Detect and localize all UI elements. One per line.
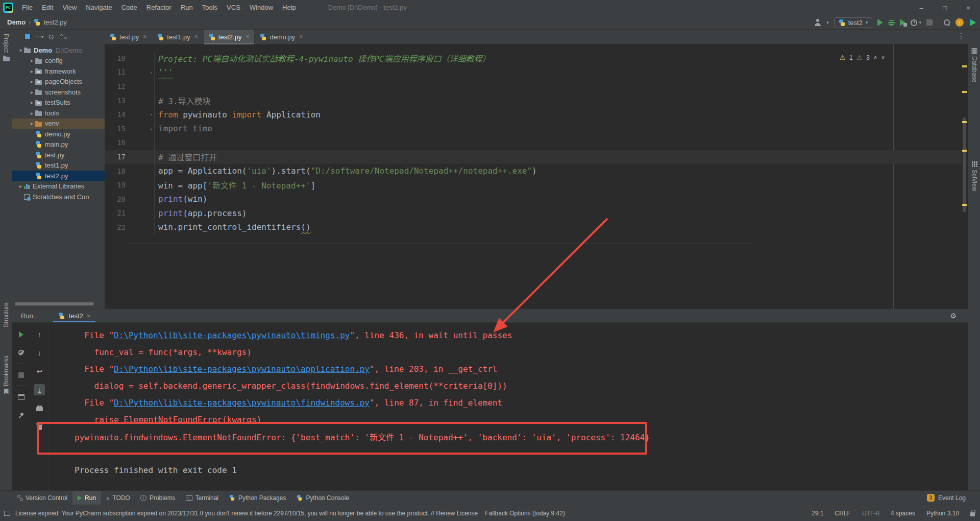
line-separator[interactable]: CRLF (835, 510, 851, 517)
maximize-button[interactable]: □ (933, 0, 957, 15)
stack-trace-link[interactable]: D:\Python\lib\site-packages\pywinauto\fi… (114, 398, 370, 408)
profiler-dropdown-arrow[interactable]: ▾ (919, 20, 921, 25)
profiler-button[interactable] (911, 19, 917, 26)
indent-style[interactable]: 4 spaces (891, 510, 915, 517)
line-number[interactable]: 19 (105, 181, 126, 189)
error-stripe[interactable] (962, 44, 968, 309)
edit-configuration-icon[interactable] (16, 347, 27, 359)
stack-trace-link[interactable]: D:\Python\lib\site-packages\pywinauto\ti… (114, 330, 350, 340)
line-number[interactable]: 22 (105, 223, 126, 231)
tree-item-pageobjects[interactable]: ▸pageObjects (12, 77, 105, 87)
more-tabs-icon[interactable]: ⋮ (958, 32, 965, 40)
inspection-widget[interactable]: ⚠ 1 ⚠ 3 ∧ ∨ (840, 54, 885, 61)
line-number[interactable]: 14 (105, 110, 126, 119)
editor-tab-demo-py[interactable]: demo.py× (255, 30, 308, 44)
line-number[interactable]: 10 (105, 54, 126, 62)
code-line-17[interactable]: 17# 通过窗口打开 (105, 150, 962, 164)
code-line-11[interactable]: 11▴''' (105, 65, 962, 80)
code-line-16[interactable]: 16 (105, 136, 962, 150)
breadcrumb-project[interactable]: Demo (7, 18, 26, 26)
file-encoding[interactable]: UTF-8 (862, 510, 879, 517)
breadcrumb-file[interactable]: test2.py (43, 18, 67, 26)
code-line-22[interactable]: 22win.print_control_identifiers() (105, 220, 962, 234)
code-line-10[interactable]: 10Project: PC端自动化测试实战教程-4-pywinauto 操作PC… (105, 51, 962, 65)
menu-window[interactable]: Window (245, 2, 278, 13)
user-icon[interactable] (814, 19, 821, 26)
search-everywhere-icon[interactable] (943, 19, 950, 26)
user-dropdown-arrow[interactable]: ▾ (826, 20, 829, 25)
toolwindow-toggle-icon[interactable] (4, 511, 10, 516)
run-configuration-select[interactable]: test2 ▾ (834, 17, 873, 28)
minimize-button[interactable]: – (910, 0, 933, 15)
menu-vcs[interactable]: VCS (222, 2, 245, 13)
run-button[interactable] (877, 19, 883, 26)
python-interpreter[interactable]: Python 3.10 (926, 510, 959, 517)
tool-button-project[interactable]: Project (0, 34, 12, 61)
toolwindow-button-version-control[interactable]: Version Control (12, 491, 72, 505)
line-number[interactable]: 18 (105, 167, 126, 175)
tree-item-demo[interactable]: ▾DemoD:\Demo (12, 45, 105, 56)
print-icon[interactable] (34, 402, 45, 414)
menu-navigate[interactable]: Navigate (81, 2, 116, 13)
code-line-13[interactable]: 13# 3.导入模块 (105, 93, 962, 108)
code-line-18[interactable]: 18app = Application('uia').start("D:/sof… (105, 164, 962, 178)
run-tab-test2[interactable]: test2 × (53, 309, 95, 322)
run-console[interactable]: File "D:\Python\lib\site-packages\pywina… (49, 323, 980, 490)
line-number[interactable]: 17 (105, 153, 126, 161)
tree-item-framework[interactable]: ▸framework (12, 66, 105, 77)
debug-button[interactable] (888, 20, 895, 26)
tree-item-test2-py[interactable]: test2.py (12, 171, 105, 181)
line-number[interactable]: 20 (105, 195, 126, 203)
menu-refactor[interactable]: Refactor (142, 2, 176, 13)
menu-run[interactable]: Run (176, 2, 198, 13)
close-button[interactable]: × (957, 0, 980, 15)
code-line-19[interactable]: 19win = app['新文件 1 - Notepad++'] (105, 178, 962, 192)
gutter-fold-marker[interactable]: ▴ (126, 122, 155, 136)
tree-item-external-libraries[interactable]: ▸External Libraries (12, 181, 105, 192)
menu-code[interactable]: Code (117, 2, 142, 13)
event-log-button[interactable]: 3 Event Log (927, 494, 966, 502)
chevron-icon[interactable]: ▸ (29, 58, 35, 63)
tree-item-testsuits[interactable]: ▸testSuits (12, 98, 105, 108)
toolwindow-button-python-packages[interactable]: Python Packages (224, 491, 291, 505)
tree-item-demo-py[interactable]: demo.py (12, 129, 105, 139)
locate-icon[interactable]: ⊙ (48, 33, 55, 41)
close-icon[interactable]: × (194, 33, 198, 40)
run-with-coverage-button[interactable] (900, 19, 905, 26)
code-line-14[interactable]: 14▾from pywinauto import Application (105, 107, 962, 122)
pin-tab-icon[interactable] (16, 410, 27, 421)
prev-warning-icon[interactable]: ∧ (873, 54, 877, 61)
code-editor[interactable]: 10Project: PC端自动化测试实战教程-4-pywinauto 操作PC… (105, 44, 962, 309)
collapse-all-icon[interactable]: ⌃⌄ (59, 33, 67, 40)
gutter-fold-marker[interactable]: ▴ (126, 65, 155, 80)
menu-file[interactable]: File (17, 2, 37, 13)
code-line-12[interactable]: 12 (105, 79, 962, 93)
tool-button-bookmarks[interactable]: Bookmarks (0, 356, 12, 394)
toolwindow-button-problems[interactable]: !Problems (135, 491, 181, 505)
scrollbar-thumb[interactable] (963, 117, 966, 212)
select-opened-file-icon[interactable] (24, 34, 31, 40)
line-number[interactable]: 15 (105, 125, 126, 133)
toolwindow-button-python-console[interactable]: Python Console (291, 491, 354, 505)
toolwindow-button-todo[interactable]: ≡TODO (101, 491, 135, 505)
close-icon[interactable]: × (87, 312, 91, 320)
editor-tab-test1-py[interactable]: test1.py× (152, 30, 204, 44)
warning-mark[interactable] (962, 65, 967, 67)
chevron-icon[interactable]: ▸ (29, 89, 35, 95)
lock-icon[interactable] (970, 512, 975, 516)
chevron-icon[interactable]: ▸ (29, 79, 35, 84)
horizontal-scrollbar[interactable] (15, 302, 94, 305)
tree-item-scratches-and-con[interactable]: Scratches and Con (12, 192, 105, 202)
chevron-icon[interactable]: ▸ (29, 110, 35, 116)
close-icon[interactable]: × (143, 33, 146, 40)
fallback-options[interactable]: Fallback Options (today 9:42) (485, 510, 565, 517)
tree-item-main-py[interactable]: main.py (12, 139, 105, 150)
clear-all-icon[interactable] (34, 421, 45, 432)
line-number[interactable]: 11 (105, 68, 126, 76)
chevron-icon[interactable]: ▸ (17, 183, 24, 189)
scroll-to-end-icon[interactable]: ↓ (34, 384, 45, 395)
tree-item-screenshots[interactable]: ▸screenshots (12, 87, 105, 98)
menu-help[interactable]: Help (278, 2, 301, 13)
chevron-icon[interactable]: ▸ (29, 68, 35, 74)
editor-tab-test2-py[interactable]: test2.py× (204, 30, 255, 44)
